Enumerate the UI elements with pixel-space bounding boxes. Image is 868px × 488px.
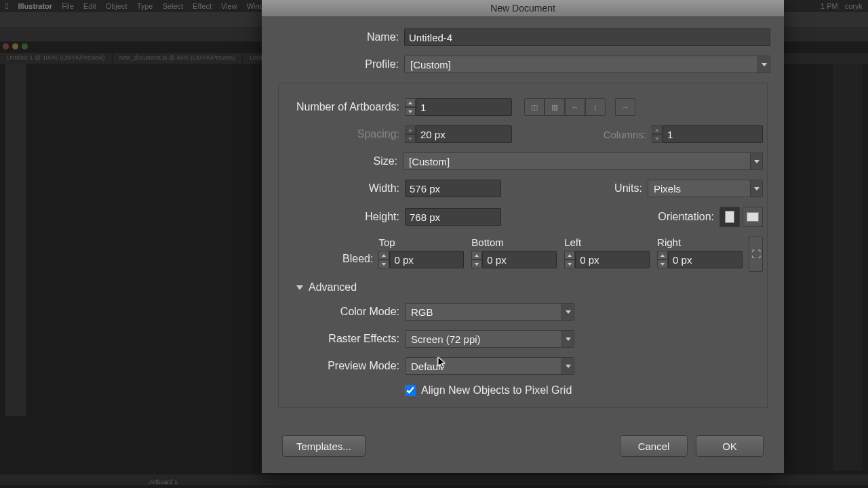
dropdown-arrow-icon (757, 56, 770, 73)
bleed-left-stepper[interactable] (564, 251, 575, 268)
bleed-bottom-label: Bottom (471, 237, 557, 248)
dialog-title: New Document (262, 0, 784, 16)
height-input[interactable] (405, 208, 501, 226)
bleed-label: Bleed: (283, 237, 378, 265)
width-label: Width: (283, 182, 405, 195)
doc-tab: new_document.ai @ 45% (CMYK/Preview) (113, 53, 243, 64)
width-input[interactable] (405, 180, 501, 197)
units-select[interactable]: Pixels (648, 180, 763, 197)
preview-mode-label: Preview Mode: (283, 360, 405, 372)
profile-select[interactable]: [Custom] (404, 56, 770, 73)
menu-type: Type (137, 2, 153, 10)
orientation-portrait-button[interactable] (719, 207, 740, 227)
doc-tab: Untitled-1 @ 100% (CMYK/Preview) (0, 53, 113, 64)
orientation-label: Orientation: (658, 211, 719, 223)
size-select[interactable]: [Custom] (403, 152, 763, 170)
ok-button[interactable]: OK (696, 435, 764, 457)
orientation-landscape-button[interactable] (743, 207, 763, 227)
document-settings-group: Number of Artboards: ◫ ▥ ↔ ↕ → Spacing: (278, 83, 768, 408)
spacing-input (416, 125, 512, 143)
dropdown-arrow-icon (561, 331, 574, 347)
height-label: Height: (283, 211, 405, 223)
color-mode-value: RGB (411, 306, 433, 318)
dropdown-arrow-icon (750, 180, 762, 197)
right-panels (833, 64, 863, 470)
disclosure-triangle-icon (296, 285, 303, 290)
units-label: Units: (614, 182, 648, 195)
align-grid-checkbox[interactable] (405, 385, 416, 396)
layout-grid-row-icon[interactable]: ◫ (524, 98, 545, 116)
layout-grid-col-icon[interactable]: ▥ (545, 98, 565, 116)
bleed-top-stepper[interactable] (378, 251, 389, 268)
bleed-right-input[interactable] (668, 251, 743, 268)
menu-select: Select (162, 2, 183, 10)
bleed-right-label: Right (657, 237, 743, 248)
raster-effects-value: Screen (72 ppi) (411, 333, 481, 345)
bleed-right-stepper[interactable] (657, 251, 668, 268)
preview-mode-value: Default (411, 361, 443, 372)
artboards-stepper[interactable] (405, 98, 416, 116)
raster-effects-select[interactable]: Screen (72 ppi) (405, 330, 574, 348)
new-document-dialog: New Document Name: Profile: [Custom] Num… (262, 0, 784, 473)
spacing-stepper (405, 125, 416, 143)
ok-label: OK (722, 441, 737, 452)
profile-label: Profile: (271, 58, 404, 70)
columns-stepper (652, 125, 663, 143)
advanced-label: Advanced (309, 281, 357, 293)
dropdown-arrow-icon (561, 304, 574, 320)
bleed-top-label: Top (378, 237, 464, 248)
spacing-label: Spacing: (283, 128, 405, 140)
templates-label: Templates... (296, 441, 351, 452)
color-mode-label: Color Mode: (283, 306, 405, 318)
menu-edit: Edit (83, 2, 96, 10)
preview-mode-select[interactable]: Default (405, 357, 574, 375)
size-value: [Custom] (409, 156, 450, 167)
menu-object: Object (106, 2, 127, 10)
layout-direction-icon[interactable]: → (615, 98, 635, 116)
columns-input (663, 125, 763, 143)
name-label: Name: (271, 31, 404, 43)
link-bleed-button[interactable]: ⛶ (749, 237, 763, 272)
name-input[interactable] (404, 28, 770, 46)
bleed-left-input[interactable] (575, 251, 650, 268)
units-value: Pixels (654, 183, 681, 195)
dropdown-arrow-icon (561, 358, 574, 374)
bleed-left-label: Left (564, 237, 650, 248)
menu-file: File (62, 2, 74, 10)
bleed-bottom-input[interactable] (482, 251, 557, 268)
app-name: Illustrator (18, 2, 52, 10)
cancel-button[interactable]: Cancel (620, 435, 688, 457)
menubar-clock: 1 PM (821, 2, 838, 10)
tools-panel (5, 64, 26, 416)
dropdown-arrow-icon (750, 153, 762, 169)
advanced-disclosure[interactable]: Advanced (296, 281, 763, 293)
apple-menu-icon:  (5, 1, 8, 11)
artboard-layout-buttons: ◫ ▥ ↔ ↕ (524, 98, 606, 116)
menubar-user: coryk (845, 2, 863, 10)
columns-label: Columns: (604, 129, 652, 140)
size-label: Size: (283, 155, 403, 167)
link-icon: ⛶ (751, 249, 761, 260)
templates-button[interactable]: Templates... (282, 435, 366, 457)
align-grid-label: Align New Objects to Pixel Grid (421, 384, 572, 396)
menu-view: View (221, 2, 237, 10)
artboards-label: Number of Artboards: (283, 101, 405, 113)
bleed-bottom-stepper[interactable] (471, 251, 482, 268)
bleed-top-input[interactable] (389, 251, 464, 268)
raster-effects-label: Raster Effects: (283, 333, 405, 345)
layout-col-icon[interactable]: ↕ (585, 98, 606, 116)
color-mode-select[interactable]: RGB (405, 303, 574, 321)
cancel-label: Cancel (638, 441, 670, 452)
menu-effect: Effect (193, 2, 212, 10)
artboards-input[interactable] (416, 98, 512, 116)
status-bar: Artboard 1 (0, 474, 868, 485)
status-artboard: Artboard 1 (149, 479, 178, 485)
profile-value: [Custom] (410, 59, 451, 70)
layout-row-icon[interactable]: ↔ (565, 98, 585, 116)
window-traffic-lights (3, 43, 28, 49)
